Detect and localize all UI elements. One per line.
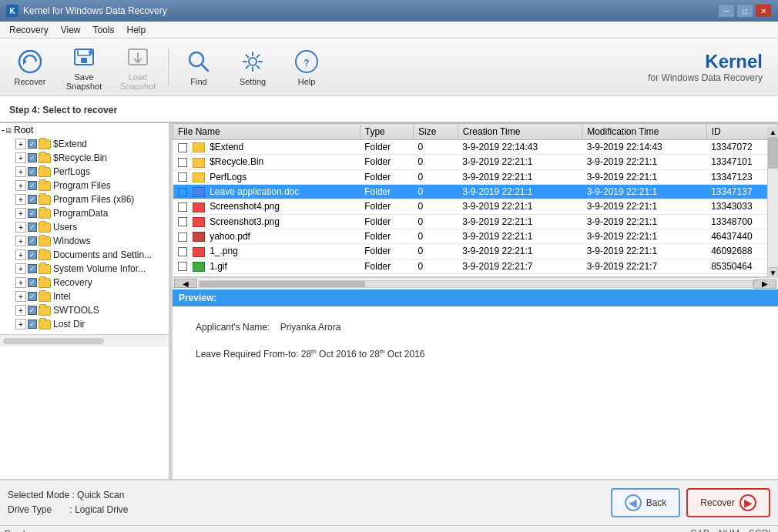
- tree-item-documents[interactable]: + Documents and Settin...: [0, 248, 169, 262]
- checkbox-recycle[interactable]: [28, 153, 37, 162]
- tree-item-programfiles[interactable]: + Program Files: [0, 179, 169, 192]
- menu-help[interactable]: Help: [121, 23, 153, 37]
- expand-documents[interactable]: +: [15, 249, 26, 260]
- tree-item-windows[interactable]: + Windows: [0, 234, 169, 248]
- checkbox-programfilesx86[interactable]: [28, 195, 37, 204]
- expand-recycle[interactable]: +: [15, 152, 26, 163]
- find-button[interactable]: Find: [172, 41, 226, 93]
- checkbox-programdata[interactable]: [28, 209, 37, 218]
- file-checkbox[interactable]: [178, 262, 187, 271]
- tree-item-systemvolume[interactable]: + System Volume Infor...: [0, 262, 169, 276]
- maximize-button[interactable]: □: [736, 4, 753, 18]
- vscroll-thumb: [768, 138, 778, 169]
- checkbox-recovery[interactable]: [28, 278, 37, 287]
- file-hscroll[interactable]: ◀ ▶ ▲ ▼: [173, 277, 778, 289]
- expand-intel[interactable]: +: [15, 291, 26, 302]
- expand-users[interactable]: +: [15, 222, 26, 233]
- checkbox-extend[interactable]: [28, 139, 37, 149]
- expand-lostdir[interactable]: +: [15, 319, 26, 330]
- table-row[interactable]: 1_.png Folder 0 3-9-2019 22:21:1 3-9-201…: [173, 244, 778, 259]
- checkbox-systemvolume[interactable]: [28, 264, 37, 273]
- file-created-cell: 3-9-2019 22:21:1: [458, 184, 582, 199]
- tree-item-swtools[interactable]: + SWTOOLS: [0, 303, 169, 317]
- checkbox-swtools[interactable]: [28, 306, 37, 315]
- table-row[interactable]: yahoo.pdf Folder 0 3-9-2019 22:21:1 3-9-…: [173, 229, 778, 243]
- tree-item-extend[interactable]: + $Extend: [0, 137, 169, 151]
- checkbox-windows[interactable]: [28, 236, 37, 246]
- checkbox-users[interactable]: [28, 223, 37, 232]
- hscroll-right-btn[interactable]: ▶: [753, 279, 776, 289]
- checkbox-lostdir[interactable]: [28, 320, 37, 329]
- tree-item-recovery[interactable]: + Recovery: [0, 276, 169, 289]
- table-row[interactable]: $Extend Folder 0 3-9-2019 22:14:43 3-9-2…: [173, 140, 778, 155]
- root-label: Root: [14, 125, 33, 136]
- table-row[interactable]: Leave application.doc Folder 0 3-9-2019 …: [173, 184, 778, 199]
- recover-button[interactable]: Recover ▶: [686, 488, 770, 517]
- tree-item-lostdir[interactable]: + Lost Dir: [0, 317, 169, 331]
- minimize-button[interactable]: ─: [718, 4, 735, 18]
- expand-programdata[interactable]: +: [15, 208, 26, 219]
- menu-recovery[interactable]: Recovery: [3, 23, 55, 37]
- back-button[interactable]: ◀ Back: [611, 488, 681, 517]
- file-checkbox[interactable]: [178, 143, 187, 152]
- tree-item-programdata[interactable]: + ProgramData: [0, 206, 169, 220]
- tree-item-users[interactable]: + Users: [0, 220, 169, 234]
- folder-icon-programdata: [39, 209, 51, 219]
- file-checkbox[interactable]: [178, 172, 187, 182]
- num-indicator: NUM: [719, 528, 739, 533]
- checkbox-perflogs[interactable]: [28, 167, 37, 176]
- file-type-cell: Folder: [360, 155, 413, 169]
- tree-item-recycle[interactable]: + $Recycle.Bin: [0, 151, 169, 165]
- load-snapshot-button[interactable]: Load Snapshot: [111, 41, 165, 93]
- hscroll-track: [199, 280, 753, 288]
- file-checkbox[interactable]: [178, 202, 187, 212]
- file-checkbox[interactable]: [178, 233, 187, 242]
- file-checkbox[interactable]: [178, 188, 187, 197]
- menu-tools[interactable]: Tools: [86, 23, 120, 37]
- setting-button[interactable]: Setting: [226, 41, 280, 93]
- expand-programfiles[interactable]: +: [15, 180, 26, 191]
- setting-label: Setting: [240, 77, 266, 86]
- table-row[interactable]: Screenshot4.png Folder 0 3-9-2019 22:21:…: [173, 199, 778, 214]
- expand-programfilesx86[interactable]: +: [15, 194, 26, 205]
- table-row[interactable]: PerfLogs Folder 0 3-9-2019 22:21:1 3-9-2…: [173, 169, 778, 184]
- expand-windows[interactable]: +: [15, 236, 26, 246]
- label-users: Users: [53, 222, 77, 233]
- file-size-cell: 0: [413, 169, 458, 184]
- close-button[interactable]: ✕: [755, 4, 772, 18]
- file-checkbox[interactable]: [178, 158, 187, 167]
- expand-extend[interactable]: +: [15, 139, 26, 149]
- file-created-cell: 3-9-2019 22:21:1: [458, 229, 582, 243]
- vscroll-up-btn[interactable]: ▲: [768, 127, 778, 138]
- folder-icon-intel: [39, 292, 51, 302]
- expand-swtools[interactable]: +: [15, 305, 26, 316]
- folder-icon-programfilesx86: [39, 195, 51, 205]
- table-row[interactable]: Screenshot3.png Folder 0 3-9-2019 22:21:…: [173, 214, 778, 229]
- file-table-container[interactable]: File Name Type Size Creation Time Modifi…: [173, 123, 778, 277]
- checkbox-intel[interactable]: [28, 292, 37, 301]
- tree-hscroll[interactable]: [0, 334, 169, 346]
- expand-systemvolume[interactable]: +: [15, 263, 26, 274]
- recover-toolbar-button[interactable]: Recover: [3, 41, 57, 93]
- tree-panel[interactable]: - 🖥 Root + $Extend + $Recycle.Bin + Perf…: [0, 123, 169, 479]
- menu-view[interactable]: View: [55, 23, 87, 37]
- expand-perflogs[interactable]: +: [15, 166, 26, 177]
- hscroll-left-btn[interactable]: ◀: [174, 279, 197, 288]
- app-icon: K: [6, 5, 18, 17]
- file-checkbox[interactable]: [178, 217, 187, 226]
- vscroll-down-btn[interactable]: ▼: [768, 267, 778, 278]
- tree-item-perflogs[interactable]: + PerfLogs: [0, 165, 169, 179]
- save-snapshot-button[interactable]: Save Snapshot: [57, 41, 111, 93]
- tree-item-programfilesx86[interactable]: + Program Files (x86): [0, 192, 169, 206]
- checkbox-documents[interactable]: [28, 250, 37, 259]
- table-row[interactable]: 1.gif Folder 0 3-9-2019 22:21:7 3-9-2019…: [173, 259, 778, 273]
- label-intel: Intel: [53, 291, 71, 302]
- help-button[interactable]: ? Help: [280, 41, 334, 93]
- file-type-cell: Folder: [360, 184, 413, 199]
- expand-recovery[interactable]: +: [15, 277, 26, 288]
- tree-item-intel[interactable]: + Intel: [0, 289, 169, 303]
- checkbox-programfiles[interactable]: [28, 181, 37, 190]
- table-row[interactable]: $Recycle.Bin Folder 0 3-9-2019 22:21:1 3…: [173, 155, 778, 169]
- file-table: File Name Type Size Creation Time Modifi…: [173, 123, 778, 277]
- file-checkbox[interactable]: [178, 247, 187, 256]
